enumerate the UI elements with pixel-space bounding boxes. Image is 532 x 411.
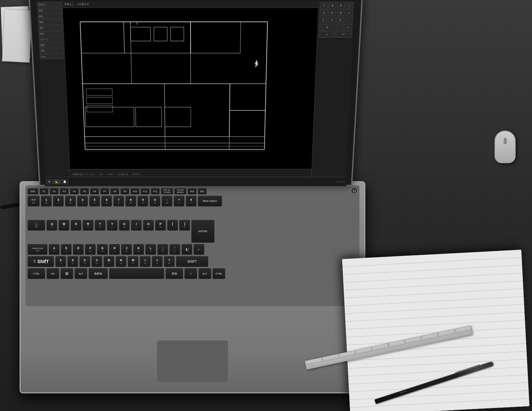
key-yen[interactable]: ¥ー xyxy=(186,196,197,207)
key-q[interactable]: Qた xyxy=(46,220,57,231)
numpad-key-div[interactable]: / xyxy=(345,2,354,8)
key-u[interactable]: Uな xyxy=(119,220,130,231)
key-alt-left[interactable]: ALT xyxy=(74,268,87,279)
key-j[interactable]: Jま xyxy=(121,244,132,255)
key-5[interactable]: 5え xyxy=(89,196,100,207)
key-w[interactable]: Wて xyxy=(58,220,69,231)
windows-taskbar[interactable]: ⊞ 📐 📄 システム xyxy=(45,177,346,186)
numpad-key-dot[interactable]: . xyxy=(336,24,344,30)
key-space[interactable] xyxy=(109,268,164,279)
key-shift-left[interactable]: ⇧ ShIfT xyxy=(27,256,54,267)
key-s[interactable]: Sと xyxy=(61,244,72,255)
toolbar-item[interactable]: 削除 xyxy=(39,31,63,36)
key-l[interactable]: Lり xyxy=(145,244,156,255)
power-button[interactable]: ⏻ xyxy=(351,187,358,194)
key-caret[interactable]: ^へ xyxy=(174,196,185,207)
key-d[interactable]: Dし xyxy=(73,244,84,255)
key-f2[interactable]: F2 xyxy=(50,188,59,195)
key-backspace[interactable]: Back Space xyxy=(198,196,222,207)
key-f1[interactable]: F1 xyxy=(39,188,49,195)
key-backslash[interactable]: む xyxy=(181,244,192,255)
key-7[interactable]: 7や xyxy=(113,196,124,207)
start-button[interactable]: ⊞ xyxy=(46,179,53,184)
toolbar-item[interactable]: 本筆なし xyxy=(37,2,62,7)
numpad-key-sub[interactable]: - xyxy=(345,17,353,23)
key-fn[interactable]: FN xyxy=(46,268,59,279)
key-f6[interactable]: F6 xyxy=(90,188,99,195)
numpad-key-enter[interactable]: ↵ xyxy=(336,31,352,38)
toolbar-item[interactable]: グループ xyxy=(39,37,63,42)
key-h[interactable]: Hく xyxy=(109,244,120,255)
cad-display[interactable]: 本筆なし 起動 建築 建築 選択 削除 グループ 配置 展示 Auto xyxy=(37,1,355,179)
key-b[interactable]: Bこ xyxy=(103,256,114,267)
key-alt-right[interactable]: ALT xyxy=(198,268,211,279)
key-shift-right[interactable]: SHIFT xyxy=(176,256,208,267)
taskbar-docs[interactable]: 📄 xyxy=(61,180,68,184)
key-period[interactable]: >る xyxy=(152,256,163,267)
key-minus[interactable]: -ほ xyxy=(161,196,173,207)
key-z[interactable]: Zっ xyxy=(55,256,66,267)
toolbar-item[interactable]: 建築 xyxy=(38,20,63,25)
key-ctrl-right[interactable]: CTRL xyxy=(212,268,225,279)
key-muhenkan[interactable]: 無変換 xyxy=(88,268,108,279)
numpad-key-8[interactable]: 8 xyxy=(328,2,337,8)
key-ctrl[interactable]: CTRL xyxy=(27,268,45,279)
cad-menu-bar[interactable]: 本筆なし に記述する xyxy=(63,1,319,8)
key-1[interactable]: 1ぬ xyxy=(41,196,52,207)
key-k[interactable]: Kの xyxy=(133,244,144,255)
key-g[interactable]: Gき xyxy=(97,244,108,255)
key-hankaku[interactable]: 半/全漢字 xyxy=(27,196,40,207)
key-slash[interactable]: ?め xyxy=(164,256,175,267)
key-quote[interactable]: 'け xyxy=(169,244,180,255)
key-v[interactable]: Vひ xyxy=(91,256,102,267)
toolbar-item[interactable]: 建築 xyxy=(38,14,62,19)
numpad-key-3[interactable]: 3 xyxy=(336,17,344,23)
key-pause[interactable]: PAUSEBREAK xyxy=(174,188,187,195)
numpad-key-0[interactable]: 0 xyxy=(319,24,336,30)
key-p[interactable]: Pせ xyxy=(155,220,166,231)
toolbar-item[interactable]: 起動 xyxy=(38,8,62,13)
key-i[interactable]: Iに xyxy=(131,220,142,231)
key-f7[interactable]: F7 xyxy=(100,188,109,195)
mouse[interactable] xyxy=(494,131,516,163)
menu-item[interactable]: 本筆なし xyxy=(64,2,74,6)
key-e[interactable]: Eい xyxy=(70,220,82,231)
key-bracket-r[interactable]: ]む xyxy=(179,220,190,231)
key-r[interactable]: Rす xyxy=(83,220,94,231)
toolbar-item[interactable]: Auto xyxy=(40,54,64,59)
key-f8[interactable]: F8 xyxy=(110,188,119,195)
toolbar-item[interactable]: 展示 xyxy=(39,48,64,53)
key-tab[interactable]: KTAB xyxy=(27,220,45,231)
key-o[interactable]: Oら xyxy=(143,220,154,231)
key-y[interactable]: Yん xyxy=(107,220,118,231)
key-esc[interactable]: ESC xyxy=(27,188,38,195)
key-katakana[interactable]: □ xyxy=(184,268,197,279)
key-semicolon[interactable]: ;れ xyxy=(157,244,168,255)
key-4[interactable]: 4う xyxy=(77,196,88,207)
taskbar-cad[interactable]: 📐 xyxy=(53,180,60,184)
key-f4[interactable]: F4 xyxy=(70,188,79,195)
key-f11[interactable]: F11 xyxy=(141,188,150,195)
numpad-key-9[interactable]: 9 xyxy=(337,2,345,8)
key-ins[interactable]: INS xyxy=(188,188,197,195)
key-0[interactable]: 0わ xyxy=(149,196,160,207)
numpad-key-eq[interactable]: = xyxy=(319,31,335,38)
key-henkan[interactable]: 変換 xyxy=(165,268,183,279)
key-prtsc[interactable]: PRT SCSYSRQ xyxy=(161,188,173,195)
key-8[interactable]: 8ゆ xyxy=(125,196,136,207)
toolbar-item[interactable]: 選択 xyxy=(38,25,63,30)
key-comma[interactable]: <ね xyxy=(140,256,151,267)
key-f12[interactable]: F12 xyxy=(151,188,160,195)
numpad-key-4[interactable]: 4 xyxy=(320,9,328,16)
key-f9[interactable]: F9 xyxy=(120,188,129,195)
key-windows[interactable]: ⊞ xyxy=(60,268,73,279)
key-3[interactable]: 3あ xyxy=(65,196,76,207)
numpad-key-6[interactable]: 6 xyxy=(337,9,345,16)
key-2[interactable]: 2ふ xyxy=(53,196,64,207)
key-m[interactable]: Mも xyxy=(128,256,139,267)
numpad-key-2[interactable]: 2 xyxy=(328,17,336,23)
key-f[interactable]: Fは xyxy=(85,244,96,255)
key-enter[interactable]: ENTER xyxy=(191,220,215,243)
key-f3[interactable]: F3 xyxy=(60,188,69,195)
touchpad[interactable] xyxy=(157,340,228,383)
